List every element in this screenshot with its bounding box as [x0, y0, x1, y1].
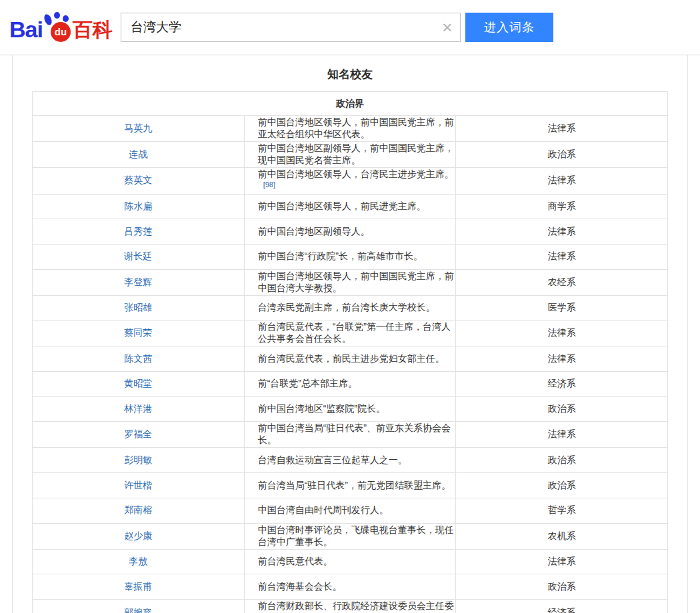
enter-entry-button[interactable]: 进入词条: [465, 13, 553, 42]
baidu-baike-logo[interactable]: Bai du 百科: [9, 12, 113, 43]
table-row: 吕秀莲前中国台湾地区副领导人。法律系: [33, 219, 668, 245]
alumni-department: 经济系: [456, 599, 668, 613]
table-row: 彭明敏台湾自救运动宣言三位起草人之一。政治系: [33, 448, 668, 473]
alumni-name-link[interactable]: 连战: [129, 149, 147, 159]
alumni-description: 前中国台湾地区领导人，前中国国民党主席，前中国台湾大学教授。: [244, 269, 456, 295]
alumni-name-link[interactable]: 谢长廷: [124, 251, 152, 261]
alumni-name-link[interactable]: 彭明敏: [124, 454, 152, 465]
paw-toe-icon: [54, 12, 60, 19]
table-row: 罗福全前中国台湾当局“驻日代表”、前亚东关系协会会长。法律系: [33, 422, 668, 448]
alumni-name-cell: 吕秀莲: [33, 219, 245, 245]
search-input[interactable]: [121, 13, 435, 41]
alumni-name-link[interactable]: 陈文茜: [124, 353, 152, 364]
alumni-department: 政治系: [456, 396, 668, 422]
table-row: 连战前中国台湾地区副领导人，前中国国民党主席，现中国国民党名誉主席。政治系: [33, 142, 668, 168]
alumni-name-link[interactable]: 郑南榕: [124, 504, 152, 515]
search-header: Bai du 百科 × 进入词条: [0, 0, 700, 55]
alumni-name-link[interactable]: 蔡同荣: [124, 327, 152, 338]
alumni-name-link[interactable]: 李登辉: [124, 277, 152, 287]
alumni-department: 政治系: [456, 448, 668, 473]
alumni-description: 前中国台湾地区副领导人，前中国国民党主席，现中国国民党名誉主席。: [244, 142, 456, 168]
table-row: 赵少康中国台湾时事评论员，飞碟电视台董事长，现任台湾中广董事长。农机系: [33, 523, 668, 549]
alumni-name-cell: 许世楷: [33, 473, 245, 498]
alumni-description: 前中国台湾地区领导人，前中国国民党主席，前亚太经合组织中华区代表。: [244, 116, 456, 142]
table-row: 李登辉前中国台湾地区领导人，前中国国民党主席，前中国台湾大学教授。农经系: [33, 269, 668, 295]
alumni-description: 前台湾民意代表，前民主进步党妇女部主任。: [244, 346, 456, 372]
alumni-name-link[interactable]: 罗福全: [124, 428, 152, 439]
alumni-table-body: 政治界 马英九前中国台湾地区领导人，前中国国民党主席，前亚太经合组织中华区代表。…: [33, 92, 668, 613]
alumni-department: 法律系: [456, 168, 668, 195]
alumni-name-link[interactable]: 辜振甫: [124, 581, 152, 592]
alumni-name-link[interactable]: 李敖: [129, 556, 147, 566]
alumni-description: 前台湾民意代表。: [244, 549, 456, 574]
table-row: 林洋港前中国台湾地区“监察院”院长。政治系: [33, 396, 668, 422]
alumni-department: 法律系: [456, 346, 668, 372]
alumni-department: 法律系: [456, 219, 668, 245]
alumni-department: 经济系: [456, 372, 668, 397]
alumni-description: 前中国台湾地区领导人，前民进党主席。: [244, 194, 456, 219]
logo-text-bai: Bai: [9, 16, 43, 43]
alumni-name-cell: 罗福全: [33, 422, 245, 448]
alumni-description: 前中国台湾“行政院”长，前高雄市市长。: [244, 245, 456, 270]
alumni-name-cell: 李敖: [33, 549, 245, 574]
table-row: 蔡英文前中国台湾地区领导人，台湾民主进步党主席。[98]法律系: [33, 168, 668, 195]
alumni-name-cell: 辜振甫: [33, 574, 245, 600]
logo-text-du: du: [51, 22, 71, 42]
table-row: 许世楷前台湾当局“驻日代表”，前无党团结联盟主席。政治系: [33, 473, 668, 498]
logo-text-baike: 百科: [73, 17, 113, 43]
alumni-name-link[interactable]: 郭婉容: [124, 607, 152, 613]
alumni-department: 农机系: [456, 523, 668, 549]
paw-toe-icon: [63, 15, 69, 22]
clear-search-icon[interactable]: ×: [435, 13, 460, 41]
alumni-department: 医学系: [456, 295, 668, 320]
alumni-name-link[interactable]: 马英九: [124, 123, 152, 133]
alumni-description: 中国台湾时事评论员，飞碟电视台董事长，现任台湾中广董事长。: [244, 523, 456, 549]
alumni-name-link[interactable]: 林洋港: [124, 403, 152, 414]
section-title-notable-alumni: 知名校友: [13, 67, 687, 82]
alumni-name-cell: 马英九: [33, 116, 245, 142]
table-row: 蔡同荣前台湾民意代表，“台联党”第一任主席，台湾人公共事务会首任会长。法律系: [33, 320, 668, 346]
alumni-department: 哲学系: [456, 498, 668, 523]
alumni-name-link[interactable]: 黄昭堂: [124, 378, 152, 388]
alumni-name-cell: 黄昭堂: [33, 372, 245, 397]
alumni-description: 台湾亲民党副主席，前台湾长庚大学校长。: [244, 295, 456, 320]
alumni-name-link[interactable]: 赵少康: [124, 530, 152, 541]
alumni-name-link[interactable]: 许世楷: [124, 480, 152, 490]
alumni-name-cell: 林洋港: [33, 396, 245, 422]
alumni-description: 前中国台湾地区领导人，台湾民主进步党主席。[98]: [244, 168, 456, 195]
alumni-table: 政治界 马英九前中国台湾地区领导人，前中国国民党主席，前亚太经合组织中华区代表。…: [32, 91, 668, 613]
alumni-name-link[interactable]: 吕秀莲: [124, 226, 152, 237]
search-box: ×: [121, 13, 461, 42]
table-group-header: 政治界: [33, 92, 668, 116]
alumni-description: 前“台联党”总本部主席。: [244, 372, 456, 397]
alumni-description: 中国台湾自由时代周刊发行人。: [244, 498, 456, 523]
alumni-name-cell: 张昭雄: [33, 295, 245, 320]
alumni-department: 法律系: [456, 549, 668, 574]
alumni-name-cell: 陈水扁: [33, 194, 245, 219]
alumni-name-cell: 郭婉容: [33, 599, 245, 613]
alumni-department: 政治系: [456, 473, 668, 498]
alumni-department: 法律系: [456, 320, 668, 346]
citation-link[interactable]: [98]: [263, 181, 275, 189]
alumni-department: 法律系: [456, 245, 668, 270]
alumni-description: 前中国台湾当局“驻日代表”、前亚东关系协会会长。: [244, 422, 456, 448]
table-row: 谢长廷前中国台湾“行政院”长，前高雄市市长。法律系: [33, 245, 668, 270]
table-row: 陈文茜前台湾民意代表，前民主进步党妇女部主任。法律系: [33, 346, 668, 372]
table-row: 辜振甫前台湾海基会会长。政治系: [33, 574, 668, 600]
paw-toe-icon: [43, 13, 53, 27]
article-content: 知名校友 政治界 马英九前中国台湾地区领导人，前中国国民党主席，前亚太经合组织中…: [12, 55, 688, 613]
alumni-name-cell: 连战: [33, 142, 245, 168]
table-group-row: 政治界: [33, 92, 668, 116]
table-row: 郑南榕中国台湾自由时代周刊发行人。哲学系: [33, 498, 668, 523]
alumni-department: 政治系: [456, 142, 668, 168]
alumni-name-cell: 陈文茜: [33, 346, 245, 372]
alumni-name-cell: 蔡英文: [33, 168, 245, 195]
alumni-description: 台湾自救运动宣言三位起草人之一。: [244, 448, 456, 473]
alumni-name-cell: 彭明敏: [33, 448, 245, 473]
alumni-department: 商学系: [456, 194, 668, 219]
alumni-department: 政治系: [456, 574, 668, 600]
alumni-name-link[interactable]: 陈水扁: [124, 201, 152, 211]
alumni-name-link[interactable]: 蔡英文: [124, 175, 152, 185]
alumni-name-link[interactable]: 张昭雄: [124, 302, 152, 312]
alumni-description: 前中国台湾地区“监察院”院长。: [244, 396, 456, 422]
